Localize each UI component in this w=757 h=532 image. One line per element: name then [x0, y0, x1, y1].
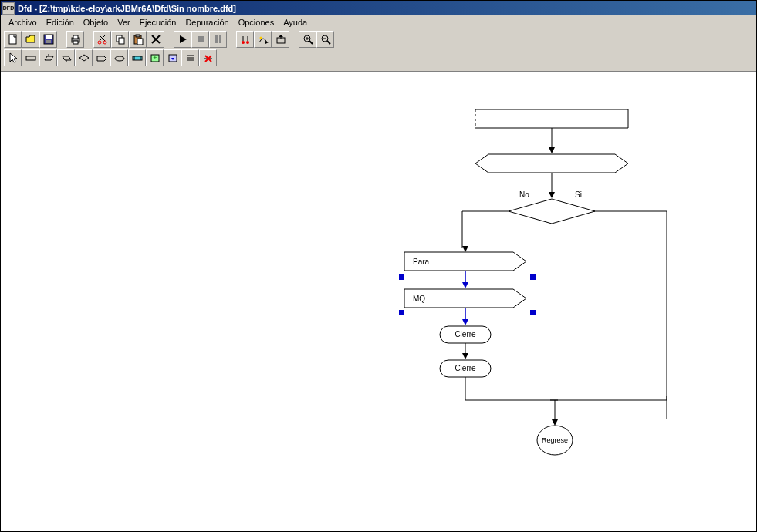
menu-ejecucion[interactable]: Ejecución — [135, 17, 181, 28]
svg-rect-5 — [73, 35, 78, 39]
new-button[interactable] — [4, 31, 22, 48]
svg-rect-19 — [198, 36, 204, 42]
flow-start-block[interactable] — [475, 109, 629, 129]
svg-rect-39 — [26, 56, 35, 60]
sel-handle[interactable] — [399, 274, 404, 280]
new-sub-tool[interactable]: + — [146, 49, 164, 66]
copy-button[interactable] — [111, 31, 129, 48]
open-sub-tool[interactable] — [164, 49, 181, 66]
flow-arrow-2 — [547, 173, 556, 199]
svg-marker-38 — [10, 53, 17, 62]
toolbar-row-1 — [4, 31, 753, 48]
list-sub-tool[interactable] — [181, 49, 199, 66]
svg-marker-66 — [475, 154, 628, 173]
cut-button[interactable] — [93, 31, 111, 48]
menu-ver[interactable]: Ver — [113, 17, 135, 28]
sel-handle[interactable] — [399, 310, 404, 315]
svg-rect-12 — [119, 38, 124, 44]
svg-text:Regrese: Regrese — [542, 436, 568, 444]
flow-line-merge — [550, 396, 674, 426]
flow-line-si-ext — [663, 396, 671, 405]
svg-marker-65 — [549, 147, 555, 153]
flow-line-no — [461, 207, 515, 253]
flow-decision[interactable] — [508, 198, 596, 224]
flow-mq[interactable]: MQ — [404, 288, 527, 308]
svg-text:MQ: MQ — [413, 295, 425, 303]
titlebar: DFD Dfd - [Z:\tmp\kde-eloy\arkJBMr6A\Dfd… — [1, 1, 756, 15]
output-tool[interactable] — [57, 49, 75, 66]
zoom-out-button[interactable] — [316, 31, 334, 48]
toolbar-group-tools: + — [4, 49, 217, 66]
open-button[interactable] — [22, 31, 39, 48]
svg-marker-82 — [462, 353, 468, 359]
svg-rect-0 — [9, 35, 16, 44]
loop-for-tool[interactable] — [93, 49, 110, 66]
delete-button[interactable] — [147, 31, 164, 48]
print-button[interactable] — [66, 31, 84, 48]
menu-archivo[interactable]: Archivo — [4, 17, 42, 28]
canvas[interactable]: No Si Para MQ Cie — [1, 72, 756, 532]
svg-text:Cierre: Cierre — [455, 330, 476, 338]
input-tool[interactable] — [39, 49, 57, 66]
menu-edicion[interactable]: Edición — [42, 17, 79, 28]
svg-rect-14 — [136, 35, 140, 37]
svg-text:+: + — [153, 54, 157, 62]
play-button[interactable] — [174, 31, 191, 48]
zoom-in-button[interactable] — [299, 31, 316, 48]
call-tool[interactable] — [128, 49, 146, 66]
menu-objeto[interactable]: Objeto — [79, 17, 113, 28]
flow-regrese[interactable]: Regrese — [536, 425, 573, 456]
svg-marker-27 — [265, 41, 269, 44]
flow-arrow-3 — [461, 271, 470, 289]
titlebar-app: Dfd — [18, 4, 32, 13]
decision-no-label: No — [519, 190, 529, 199]
svg-rect-2 — [46, 35, 52, 39]
svg-marker-18 — [180, 35, 187, 43]
flow-cierre-2[interactable]: Cierre — [439, 359, 492, 378]
svg-marker-74 — [462, 282, 468, 288]
svg-marker-30 — [279, 35, 283, 37]
step-over-button[interactable] — [254, 31, 272, 48]
svg-point-23 — [246, 41, 249, 44]
loop-while-tool[interactable] — [110, 49, 128, 66]
flow-hexagon[interactable] — [475, 153, 629, 173]
flow-line-join-left — [461, 377, 562, 408]
flow-line-si — [593, 207, 671, 423]
menu-ayuda[interactable]: Ayuda — [279, 17, 312, 28]
save-button[interactable] — [39, 31, 57, 48]
delete-sub-tool[interactable] — [199, 49, 217, 66]
menu-opciones[interactable]: Opciones — [234, 17, 279, 28]
pointer-tool[interactable] — [4, 49, 22, 66]
svg-rect-21 — [219, 35, 221, 43]
svg-marker-40 — [45, 56, 53, 60]
svg-text:Para: Para — [413, 258, 430, 266]
process-tool[interactable] — [22, 49, 39, 66]
svg-marker-45 — [97, 56, 106, 61]
paste-button[interactable] — [129, 31, 147, 48]
flow-cierre-1[interactable]: Cierre — [439, 325, 492, 344]
step-out-button[interactable] — [272, 31, 289, 48]
stop-button[interactable] — [191, 31, 209, 48]
svg-text:Cierre: Cierre — [455, 364, 476, 372]
svg-rect-15 — [137, 39, 143, 45]
flow-para[interactable]: Para — [404, 251, 527, 271]
toolbar-group-file — [4, 31, 57, 48]
sel-handle[interactable] — [530, 310, 536, 315]
svg-rect-20 — [215, 35, 218, 43]
flow-arrow-1 — [547, 128, 556, 154]
menubar: Archivo Edición Objeto Ver Ejecución Dep… — [1, 15, 756, 29]
sel-handle[interactable] — [530, 274, 536, 280]
svg-marker-78 — [462, 319, 468, 325]
svg-marker-69 — [509, 199, 595, 224]
svg-rect-3 — [46, 40, 51, 43]
svg-point-46 — [115, 56, 124, 61]
toolbar-group-print — [66, 31, 84, 48]
flow-arrow-5 — [461, 343, 470, 360]
titlebar-sep: - — [32, 4, 39, 13]
step-into-button[interactable] — [236, 31, 254, 48]
decision-tool[interactable] — [75, 49, 93, 66]
menu-depuracion[interactable]: Depuración — [181, 17, 233, 28]
svg-line-32 — [309, 41, 313, 44]
svg-point-26 — [259, 37, 262, 39]
pause-button[interactable] — [209, 31, 227, 48]
